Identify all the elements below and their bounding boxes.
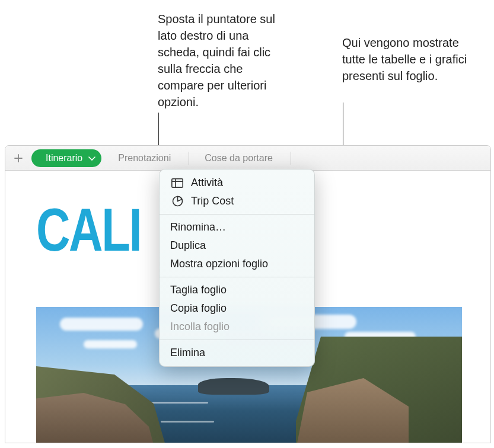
menu-item-delete[interactable]: Elimina <box>160 344 314 362</box>
menu-item-paste: Incolla foglio <box>160 318 314 336</box>
callout-annotations: Sposta il puntatore sul lato destro di u… <box>0 11 494 144</box>
menu-item-copy[interactable]: Copia foglio <box>160 299 314 318</box>
tab-cose-da-portare[interactable]: Cose da portare <box>190 149 287 167</box>
svg-rect-0 <box>172 178 183 187</box>
tab-separator <box>291 152 291 165</box>
sheet-context-menu: Attività Trip Cost Rinomina… Duplica Mos… <box>159 169 315 367</box>
menu-item-label: Trip Cost <box>191 195 234 207</box>
menu-item-label: Duplica <box>170 239 206 252</box>
menu-item-rename[interactable]: Rinomina… <box>160 218 314 236</box>
menu-divider <box>160 340 314 340</box>
menu-item-cut[interactable]: Taglia foglio <box>160 281 314 299</box>
tab-label: Prenotazioni <box>118 153 171 164</box>
menu-item-label: Mostra opzioni foglio <box>170 258 268 270</box>
chevron-down-icon[interactable] <box>88 153 95 164</box>
menu-item-duplicate[interactable]: Duplica <box>160 236 314 255</box>
menu-divider <box>160 277 314 277</box>
callout-left-text: Sposta il puntatore sul lato destro di u… <box>158 11 285 110</box>
menu-item-label: Rinomina… <box>170 221 226 233</box>
table-icon <box>170 178 184 188</box>
menu-divider <box>160 214 314 215</box>
tab-prenotazioni[interactable]: Prenotazioni <box>104 149 185 167</box>
tab-label: Itinerario <box>46 153 82 164</box>
sheet-tab-bar: Itinerario Prenotazioni Cose da portare <box>5 146 490 171</box>
menu-item-chart[interactable]: Trip Cost <box>160 192 314 210</box>
tab-separator <box>189 152 189 165</box>
add-sheet-button[interactable] <box>11 151 26 165</box>
menu-item-label: Incolla foglio <box>170 321 230 333</box>
menu-item-table[interactable]: Attività <box>160 174 314 192</box>
callout-right-text: Qui vengono mostrate tutte le tabelle e … <box>342 34 482 84</box>
menu-item-label: Elimina <box>170 347 205 359</box>
menu-item-show-options[interactable]: Mostra opzioni foglio <box>160 255 314 273</box>
menu-item-label: Copia foglio <box>170 302 227 315</box>
plus-icon <box>14 153 23 163</box>
tab-itinerario[interactable]: Itinerario <box>31 149 101 167</box>
menu-item-label: Attività <box>191 177 223 189</box>
pie-chart-icon <box>170 196 184 207</box>
document-heading: CALI <box>36 196 141 265</box>
tab-label: Cose da portare <box>205 153 273 164</box>
menu-item-label: Taglia foglio <box>170 284 227 296</box>
